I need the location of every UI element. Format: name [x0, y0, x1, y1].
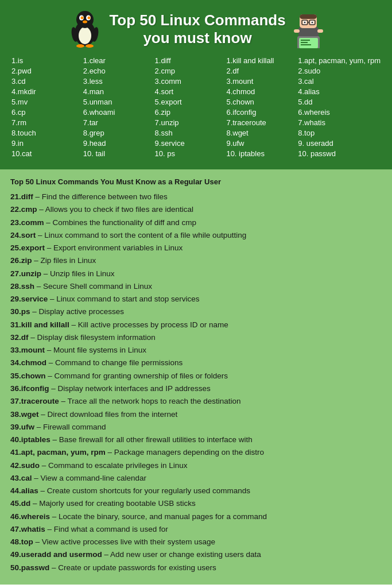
cmd-5-8: 8.top — [298, 129, 381, 137]
cmd-5-3: 3.cal — [298, 77, 381, 86]
commands-col-2: 1.clear 2.echo 3.less 4.man 5.unman 6.wh… — [83, 56, 153, 158]
svg-rect-28 — [317, 29, 323, 33]
cmd-1-9: 9.in — [11, 139, 81, 148]
cmd-5-9: 9. useradd — [298, 139, 381, 148]
title-block: Top 50 Linux Commands you must know — [109, 11, 285, 47]
list-item: 43.cal – View a command-line calendar — [10, 472, 382, 485]
list-item: 32.df – Display disk filesystem informat… — [10, 331, 382, 344]
cmd-1-2: 2.pwd — [11, 67, 81, 75]
list-item: 27.unzip – Unzip files in Linux — [10, 268, 382, 280]
cmd-1-10: 10.cat — [11, 149, 81, 158]
cmd-2-8: 8.grep — [83, 129, 153, 137]
cmd-5-4: 4.alias — [298, 87, 381, 96]
cmd-3-4: 4.sort — [155, 87, 224, 96]
svg-point-1 — [79, 27, 91, 44]
header-row: Top 50 Linux Commands you must know — [11, 9, 381, 49]
cmd-4-9: 9.ufw — [226, 139, 296, 148]
cmd-4-7: 7.traceroute — [226, 118, 296, 127]
cmd-2-5: 5.unman — [83, 98, 153, 106]
cmd-1-3: 3.cd — [11, 77, 81, 86]
list-item: 46.whereis – Locate the binary, source, … — [10, 510, 382, 523]
list-item: 26.zip – Zip files in Linux — [10, 254, 382, 267]
cmd-4-1: 1.kill and killall — [226, 56, 296, 65]
cmd-2-10: 10. tail — [83, 149, 153, 158]
list-item: 30.ps – Display active processes — [10, 305, 382, 318]
cmd-4-4: 4.chmod — [226, 87, 296, 96]
commands-col-5: 1.apt, pacman, yum, rpm 2.sudo 3.cal 4.a… — [298, 56, 381, 158]
list-item: 44.alias – Create custom shortcuts for y… — [10, 485, 382, 497]
svg-point-5 — [81, 17, 84, 20]
svg-rect-27 — [294, 29, 300, 33]
cmd-3-9: 9.service — [155, 139, 224, 148]
cmd-4-8: 8.wget — [226, 129, 296, 137]
svg-rect-14 — [300, 14, 317, 19]
list-item: 23.comm – Combines the functionality of … — [10, 216, 382, 229]
cmd-2-4: 4.man — [83, 87, 153, 96]
list-item: 38.wget – Direct download files from the… — [10, 408, 382, 421]
cmd-3-3: 3.comm — [155, 77, 224, 86]
bottom-section: Top 50 Linux Commands You Must Know as a… — [0, 169, 392, 585]
cmd-3-6: 6.zip — [155, 108, 224, 117]
list-item: 50.passwd – Create or update passwords f… — [10, 562, 382, 574]
list-item: 35.chown – Command for granting ownershi… — [10, 370, 382, 382]
coder-icon — [293, 11, 324, 48]
commands-col-4: 1.kill and killall 2.df 3.mount 4.chmod … — [226, 56, 296, 158]
page-title: Top 50 Linux Commands you must know — [109, 11, 285, 47]
cmd-1-1: 1.is — [11, 56, 81, 65]
cmd-2-6: 6.whoami — [83, 108, 153, 117]
list-item: 22.cmp – Allows you to check if two file… — [10, 203, 382, 216]
cmd-3-5: 5.export — [155, 98, 224, 106]
list-item: 31.kill and killall – Kill active proces… — [10, 319, 382, 331]
list-item: 25.export – Export environment variables… — [10, 242, 382, 254]
cmd-1-6: 6.cp — [11, 108, 81, 117]
svg-point-18 — [311, 21, 313, 23]
top-section: Top 50 Linux Commands you must know — [0, 0, 392, 169]
commands-grid: 1.is 2.pwd 3.cd 4.mkdir 5.mv 6.cp 7.rm 8… — [11, 56, 381, 158]
cmd-3-8: 8.ssh — [155, 129, 224, 137]
commands-description-list: 21.diff – Find the difference between tw… — [10, 191, 382, 574]
linux-penguin-icon — [68, 9, 102, 49]
cmd-3-1: 1.diff — [155, 56, 224, 65]
list-item: 28.ssh – Secure Shell command in Linux — [10, 280, 382, 293]
list-item: 37.traceroute – Trace all the network ho… — [10, 395, 382, 408]
cmd-3-7: 7.unzip — [155, 118, 224, 127]
cmd-5-10: 10. passwd — [298, 149, 381, 158]
cmd-1-5: 5.mv — [11, 98, 81, 106]
list-item: 47.whatis – Find what a command is used … — [10, 523, 382, 536]
list-item: 45.dd – Majorly used for creating bootab… — [10, 497, 382, 510]
list-item: 39.ufw – Firewall command — [10, 421, 382, 434]
cmd-5-2: 2.sudo — [298, 67, 381, 75]
cmd-1-7: 7.rm — [11, 118, 81, 127]
svg-point-7 — [83, 21, 87, 24]
cmd-4-2: 2.df — [226, 67, 296, 75]
cmd-4-5: 5.chown — [226, 98, 296, 106]
cmd-2-3: 3.less — [83, 77, 153, 86]
list-item: 41.apt, pacman, yum, rpm – Package manag… — [10, 446, 382, 459]
svg-point-17 — [304, 21, 305, 23]
list-item: 29.service – Linux command to start and … — [10, 293, 382, 305]
cmd-2-1: 1.clear — [83, 56, 153, 65]
list-item: 34.chmod – Command to change file permis… — [10, 357, 382, 369]
cmd-1-4: 4.mkdir — [11, 87, 81, 96]
cmd-5-5: 5.dd — [298, 98, 381, 106]
cmd-1-8: 8.touch — [11, 129, 81, 137]
cmd-2-2: 2.echo — [83, 67, 153, 75]
cmd-4-3: 3.mount — [226, 77, 296, 86]
cmd-3-2: 2.cmp — [155, 67, 224, 75]
commands-col-3: 1.diff 2.cmp 3.comm 4.sort 5.export 6.zi… — [155, 56, 224, 158]
cmd-2-7: 7.tar — [83, 118, 153, 127]
cmd-5-7: 7.whatis — [298, 118, 381, 127]
svg-point-6 — [88, 17, 91, 20]
list-item: 49.useradd and usermod – Add new user or… — [10, 548, 382, 561]
cmd-4-6: 6.ifconfig — [226, 108, 296, 117]
cmd-5-1: 1.apt, pacman, yum, rpm — [298, 56, 381, 65]
svg-point-8 — [76, 44, 84, 48]
commands-col-1: 1.is 2.pwd 3.cd 4.mkdir 5.mv 6.cp 7.rm 8… — [11, 56, 81, 158]
cmd-3-10: 10. ps — [155, 149, 224, 158]
cmd-5-6: 6.whereis — [298, 108, 381, 117]
list-item: 42.sudo – Command to escalate privileges… — [10, 459, 382, 472]
list-item: 33.mount – Mount file systems in Linux — [10, 344, 382, 357]
svg-point-2 — [76, 11, 94, 28]
list-item: 21.diff – Find the difference between tw… — [10, 191, 382, 203]
bottom-section-title: Top 50 Linux Commands You Must Know as a… — [10, 177, 382, 186]
